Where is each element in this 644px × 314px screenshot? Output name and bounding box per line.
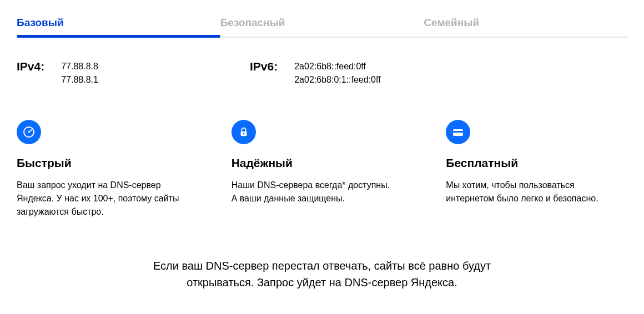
ipv4-address: 77.88.8.1 bbox=[61, 73, 98, 87]
ipv6-address: 2a02:6b8::feed:0ff bbox=[294, 60, 380, 73]
feature-fast: Быстрый Ваш запрос уходит на DNS-сервер … bbox=[17, 120, 198, 219]
tabs: Базовый Безопасный Семейный bbox=[17, 11, 627, 38]
svg-point-4 bbox=[243, 133, 244, 134]
ipv6-block: IPv6: 2a02:6b8::feed:0ff 2a02:6b8:0:1::f… bbox=[250, 60, 381, 87]
lock-icon bbox=[232, 120, 256, 144]
ipv4-address: 77.88.8.8 bbox=[61, 60, 98, 73]
feature-reliable: Надёжный Наши DNS-сервера всегда* доступ… bbox=[232, 120, 413, 219]
ipv4-block: IPv4: 77.88.8.8 77.88.8.1 bbox=[17, 60, 217, 87]
features-row: Быстрый Ваш запрос уходит на DNS-сервер … bbox=[17, 120, 627, 219]
ipv4-label: IPv4: bbox=[17, 60, 44, 73]
feature-desc: Мы хотим, чтобы пользоваться интернетом … bbox=[446, 179, 612, 205]
svg-rect-6 bbox=[453, 131, 463, 133]
feature-desc: Ваш запрос уходит на DNS-сервер Яндекса.… bbox=[17, 179, 183, 219]
feature-desc: Наши DNS-сервера всегда* доступны. А ваш… bbox=[232, 179, 398, 205]
svg-point-2 bbox=[28, 131, 30, 133]
tab-family[interactable]: Семейный bbox=[424, 11, 627, 37]
feature-title: Надёжный bbox=[232, 156, 413, 170]
feature-title: Бесплатный bbox=[446, 156, 627, 170]
tab-basic[interactable]: Базовый bbox=[17, 11, 220, 37]
ipv6-label: IPv6: bbox=[250, 60, 278, 73]
ipv4-values: 77.88.8.8 77.88.8.1 bbox=[61, 60, 98, 87]
feature-title: Быстрый bbox=[17, 156, 198, 170]
footnote-text: Если ваш DNS-сервер перестал отвечать, с… bbox=[122, 257, 522, 291]
speed-icon bbox=[17, 120, 41, 144]
ipv6-address: 2a02:6b8:0:1::feed:0ff bbox=[294, 73, 380, 87]
tab-safe[interactable]: Безопасный bbox=[220, 11, 424, 37]
ip-section: IPv4: 77.88.8.8 77.88.8.1 IPv6: 2a02:6b8… bbox=[17, 60, 627, 87]
feature-free: Бесплатный Мы хотим, чтобы пользоваться … bbox=[446, 120, 627, 219]
ipv6-values: 2a02:6b8::feed:0ff 2a02:6b8:0:1::feed:0f… bbox=[294, 60, 380, 87]
card-icon bbox=[446, 120, 470, 144]
